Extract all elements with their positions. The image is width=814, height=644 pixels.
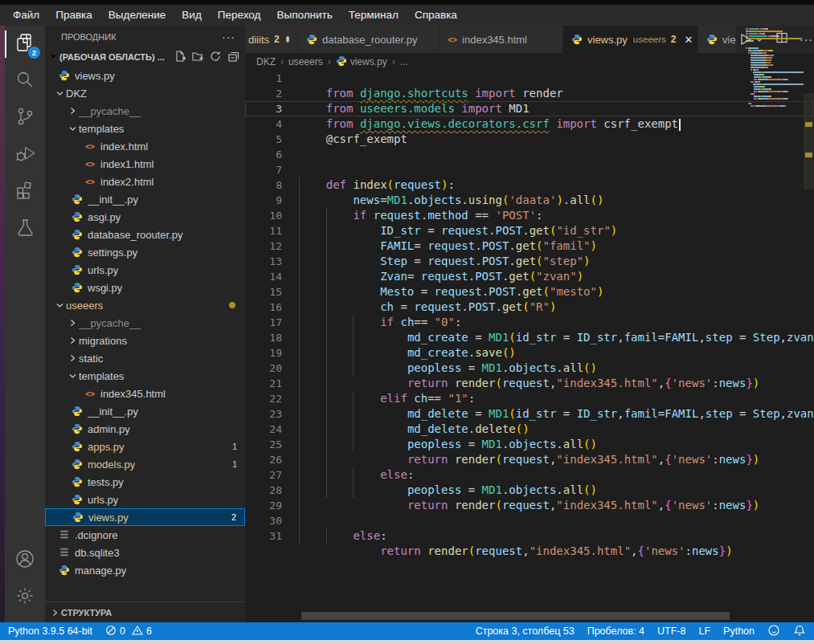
activitybar-search-icon[interactable] bbox=[5, 63, 45, 100]
tree-item-index.html[interactable]: <>index.html bbox=[45, 137, 245, 155]
activitybar-testing-icon[interactable] bbox=[5, 210, 45, 247]
code-line-15[interactable]: 15 ch = request.POST.get("R") bbox=[245, 284, 814, 300]
tab-vie[interactable]: vie bbox=[698, 26, 737, 53]
menu-Терминал[interactable]: Терминал bbox=[341, 5, 407, 26]
tree-item-.dcignore[interactable]: ☰.dcignore bbox=[45, 526, 245, 544]
tree-item-useeers[interactable]: useeers bbox=[45, 296, 245, 314]
tree-item-urls.py[interactable]: urls.py bbox=[45, 261, 245, 279]
activitybar-explorer-icon[interactable]: 2 bbox=[5, 26, 45, 63]
tree-item-settings.py[interactable]: settings.py bbox=[45, 243, 245, 261]
python-interpreter[interactable]: Python 3.9.5 64-bit bbox=[8, 626, 92, 637]
code-line-10[interactable]: 10 ID_str = request.POST.get("id_str") bbox=[245, 208, 814, 223]
tree-item-admin.py[interactable]: admin.py bbox=[45, 420, 245, 438]
code-editor[interactable]: 1from django.shortcuts import render 2fr… bbox=[245, 71, 814, 622]
code-line-2[interactable]: 2from useeers.models import MD1 bbox=[245, 86, 814, 101]
activitybar-source-control-icon[interactable] bbox=[5, 100, 45, 137]
outline-section-header[interactable]: СТРУКТУРА bbox=[45, 601, 245, 622]
code-line-27[interactable]: 27 peopless = MD1.objects.all() bbox=[245, 467, 814, 483]
tab-database_roouter.py[interactable]: database_roouter.py bbox=[298, 26, 440, 53]
horizontal-scrollbar[interactable] bbox=[301, 612, 730, 620]
code-line-23[interactable]: 23 md_delete.delete() bbox=[245, 406, 814, 422]
tab-index345.html[interactable]: <> index345.html bbox=[440, 26, 563, 53]
new-folder-icon[interactable] bbox=[192, 51, 203, 63]
new-file-icon[interactable] bbox=[174, 51, 186, 63]
tree-item-DKZ[interactable]: DKZ bbox=[45, 84, 245, 102]
overview-ruler[interactable] bbox=[804, 26, 814, 577]
code-line-25[interactable]: 25 return render(request,"index345.html"… bbox=[245, 437, 814, 452]
activitybar-extensions-icon[interactable] bbox=[5, 173, 45, 210]
tree-item-views.py[interactable]: views.py bbox=[45, 67, 245, 84]
code-line-24[interactable]: 24 peopless = MD1.objects.all() bbox=[245, 422, 814, 437]
breadcrumb[interactable]: DKZ›useeers›views.py›... bbox=[245, 53, 814, 71]
code-line-22[interactable]: 22 md_delete = MD1(id_str = ID_str,famil… bbox=[245, 391, 814, 406]
breadcrumb-item[interactable]: views.py bbox=[336, 55, 387, 69]
breadcrumb-item[interactable]: DKZ bbox=[256, 56, 276, 67]
tree-item-index345.html[interactable]: <>index345.html bbox=[45, 385, 245, 402]
code-line-29[interactable]: 29 bbox=[245, 498, 814, 513]
tree-item-__init__.py[interactable]: __init__.py bbox=[45, 190, 245, 208]
refresh-icon[interactable] bbox=[210, 51, 221, 63]
code-line-12[interactable]: 12 Step = request.POST.get("step") bbox=[245, 238, 814, 254]
sidebar-more-button[interactable]: ··· bbox=[222, 31, 235, 43]
language-mode[interactable]: Python bbox=[723, 626, 755, 637]
problems-indicator[interactable]: 0 6 bbox=[105, 625, 152, 638]
breadcrumb-item[interactable]: ... bbox=[400, 56, 408, 67]
tree-item-db.sqlite3[interactable]: ☰db.sqlite3 bbox=[45, 544, 245, 561]
activitybar-account-icon[interactable] bbox=[5, 542, 45, 579]
menu-Файл[interactable]: Файл bbox=[5, 5, 47, 26]
code-line-28[interactable]: 28 return render(request,"index345.html"… bbox=[245, 483, 814, 498]
tree-item-views.py[interactable]: views.py2 bbox=[45, 508, 245, 526]
notifications-button[interactable] bbox=[793, 624, 806, 639]
code-line-13[interactable]: 13 Zvan= request.POST.get("zvan") bbox=[245, 254, 814, 269]
menu-Вид[interactable]: Вид bbox=[174, 5, 209, 26]
code-line-20[interactable]: 20 return render(request,"index345.html"… bbox=[245, 361, 814, 376]
tree-item-apps.py[interactable]: apps.py1 bbox=[45, 438, 245, 455]
close-icon[interactable]: ✕ bbox=[684, 34, 693, 46]
activitybar-run-debug-icon[interactable] bbox=[5, 137, 45, 173]
code-line-11[interactable]: 11 FAMIL= request.POST.get("famil") bbox=[245, 223, 814, 238]
tree-item-asgi.py[interactable]: asgi.py bbox=[45, 208, 245, 226]
tree-item-static[interactable]: static bbox=[45, 349, 245, 367]
code-line-31[interactable]: 31 return render(request,"index345.html"… bbox=[245, 528, 814, 544]
tree-item-index1.html[interactable]: <>index1.html bbox=[45, 155, 245, 173]
tree-item-index2.html[interactable]: <>index2.html bbox=[45, 173, 245, 190]
menu-Справка[interactable]: Справка bbox=[407, 5, 465, 26]
tree-item-wsgi.py[interactable]: wsgi.py bbox=[45, 279, 245, 296]
menu-Выделение[interactable]: Выделение bbox=[100, 5, 174, 26]
code-line-14[interactable]: 14 Mesto = request.POST.get("mesto") bbox=[245, 269, 814, 284]
breadcrumb-item[interactable]: useeers bbox=[288, 56, 323, 67]
workspace-section-header[interactable]: (РАБОЧАЯ ОБЛАСТЬ) ... bbox=[45, 47, 245, 67]
collapse-icon[interactable] bbox=[227, 51, 239, 63]
tree-item-urls.py[interactable]: urls.py bbox=[45, 491, 245, 508]
tree-item-templates[interactable]: templates bbox=[45, 120, 245, 137]
code-line-17[interactable]: 17 md_create = MD1(id_str = ID_str,famil… bbox=[245, 315, 814, 330]
code-line-1[interactable]: 1from django.shortcuts import render bbox=[245, 71, 814, 86]
tree-item-models.py[interactable]: models.py1 bbox=[45, 455, 245, 473]
scrollbar-slider[interactable] bbox=[804, 93, 814, 190]
tree-item-__pycache__[interactable]: __pycache__ bbox=[45, 102, 245, 120]
tree-item-migrations[interactable]: migrations bbox=[45, 332, 245, 349]
code-line-8[interactable]: 8 news=MD1.objects.using('daata').all() bbox=[245, 177, 814, 193]
menu-Правка[interactable]: Правка bbox=[47, 5, 100, 26]
code-line-26[interactable]: 26 else: bbox=[245, 452, 814, 467]
code-line-18[interactable]: 18 md_create.save() bbox=[245, 330, 814, 345]
activitybar-settings-gear-icon[interactable] bbox=[5, 579, 45, 616]
code-line-4[interactable]: 4@csrf_exempt bbox=[245, 116, 814, 132]
eol[interactable]: LF bbox=[698, 626, 710, 637]
minimap[interactable] bbox=[746, 26, 804, 108]
tree-item-templates[interactable]: templates bbox=[45, 367, 245, 385]
code-line-21[interactable]: 21 elif ch== "1": bbox=[245, 376, 814, 391]
tree-item-__pycache__[interactable]: __pycache__ bbox=[45, 314, 245, 332]
code-line-5[interactable]: 5 bbox=[245, 132, 814, 147]
feedback-button[interactable] bbox=[767, 624, 780, 639]
code-line-30[interactable]: 30 else: bbox=[245, 513, 814, 528]
code-line-6[interactable]: 6 bbox=[245, 147, 814, 162]
tab-views.py[interactable]: views.py useeers 2 ✕ bbox=[563, 26, 698, 53]
menu-Выполнить[interactable]: Выполнить bbox=[268, 5, 340, 26]
code-line-3[interactable]: 3from django.views.decorators.csrf impor… bbox=[245, 101, 814, 116]
tree-item-manage.py[interactable]: manage.py bbox=[45, 561, 245, 579]
tree-item-tests.py[interactable]: tests.py bbox=[45, 473, 245, 491]
tab-diiits[interactable]: diiits 2 bbox=[245, 26, 298, 53]
tree-item-__init__.py[interactable]: __init__.py bbox=[45, 402, 245, 420]
indentation[interactable]: Пробелов: 4 bbox=[587, 626, 644, 637]
